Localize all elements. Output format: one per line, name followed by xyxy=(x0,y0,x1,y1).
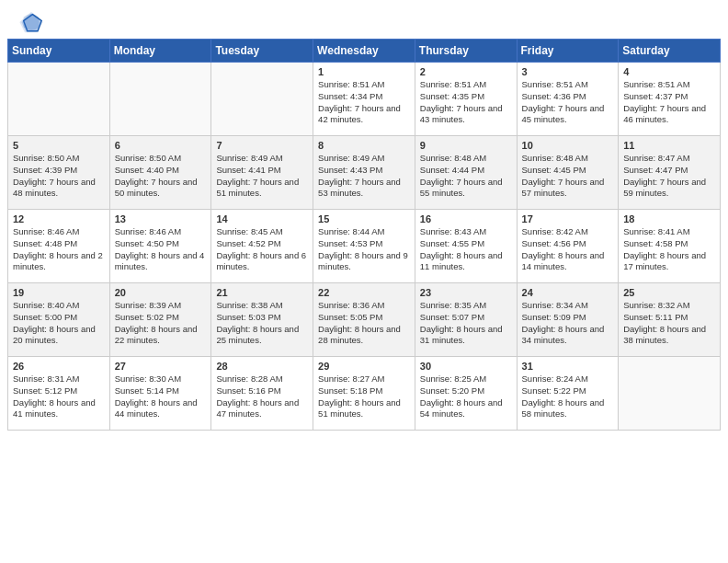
calendar-cell: 2Sunrise: 8:51 AM Sunset: 4:35 PM Daylig… xyxy=(415,63,517,136)
calendar-cell: 26Sunrise: 8:31 AM Sunset: 5:12 PM Dayli… xyxy=(8,357,110,431)
day-info: Sunrise: 8:32 AM Sunset: 5:11 PM Dayligh… xyxy=(623,300,715,347)
day-number: 25 xyxy=(623,287,715,298)
calendar-cell: 4Sunrise: 8:51 AM Sunset: 4:37 PM Daylig… xyxy=(619,63,721,136)
calendar-cell: 1Sunrise: 8:51 AM Sunset: 4:34 PM Daylig… xyxy=(313,63,415,136)
day-number: 21 xyxy=(216,287,308,298)
weekday-header-monday: Monday xyxy=(109,40,211,63)
day-info: Sunrise: 8:31 AM Sunset: 5:12 PM Dayligh… xyxy=(13,373,105,420)
calendar-cell: 9Sunrise: 8:48 AM Sunset: 4:44 PM Daylig… xyxy=(415,136,517,210)
calendar-cell: 8Sunrise: 8:49 AM Sunset: 4:43 PM Daylig… xyxy=(313,136,415,210)
calendar-week-row: 26Sunrise: 8:31 AM Sunset: 5:12 PM Dayli… xyxy=(8,357,721,431)
day-number: 11 xyxy=(623,140,715,151)
day-number: 10 xyxy=(522,140,614,151)
day-number: 28 xyxy=(216,361,308,372)
day-info: Sunrise: 8:30 AM Sunset: 5:14 PM Dayligh… xyxy=(115,373,207,420)
day-info: Sunrise: 8:35 AM Sunset: 5:07 PM Dayligh… xyxy=(420,300,512,347)
day-number: 22 xyxy=(318,287,410,298)
day-number: 20 xyxy=(115,287,207,298)
calendar-cell: 11Sunrise: 8:47 AM Sunset: 4:47 PM Dayli… xyxy=(619,136,721,210)
calendar-week-row: 19Sunrise: 8:40 AM Sunset: 5:00 PM Dayli… xyxy=(8,283,721,357)
day-info: Sunrise: 8:39 AM Sunset: 5:02 PM Dayligh… xyxy=(115,300,207,347)
day-number: 12 xyxy=(13,213,105,224)
day-number: 5 xyxy=(13,140,105,151)
calendar-cell: 20Sunrise: 8:39 AM Sunset: 5:02 PM Dayli… xyxy=(109,283,211,357)
day-number: 15 xyxy=(318,213,410,224)
calendar-week-row: 5Sunrise: 8:50 AM Sunset: 4:39 PM Daylig… xyxy=(8,136,721,210)
day-number: 24 xyxy=(522,287,614,298)
day-info: Sunrise: 8:40 AM Sunset: 5:00 PM Dayligh… xyxy=(13,300,105,347)
calendar-week-row: 12Sunrise: 8:46 AM Sunset: 4:48 PM Dayli… xyxy=(8,210,721,283)
day-info: Sunrise: 8:51 AM Sunset: 4:35 PM Dayligh… xyxy=(420,79,512,126)
day-number: 31 xyxy=(522,361,614,372)
calendar-cell: 7Sunrise: 8:49 AM Sunset: 4:41 PM Daylig… xyxy=(211,136,313,210)
calendar-header-row: SundayMondayTuesdayWednesdayThursdayFrid… xyxy=(8,40,721,63)
day-info: Sunrise: 8:48 AM Sunset: 4:45 PM Dayligh… xyxy=(522,153,614,200)
generalblue-logo-icon xyxy=(18,9,44,35)
weekday-header-saturday: Saturday xyxy=(619,40,721,63)
day-number: 1 xyxy=(318,66,410,77)
day-number: 13 xyxy=(115,213,207,224)
calendar-wrapper: SundayMondayTuesdayWednesdayThursdayFrid… xyxy=(0,39,728,438)
calendar-cell: 25Sunrise: 8:32 AM Sunset: 5:11 PM Dayli… xyxy=(619,283,721,357)
calendar-cell: 13Sunrise: 8:46 AM Sunset: 4:50 PM Dayli… xyxy=(109,210,211,283)
day-number: 4 xyxy=(623,66,715,77)
weekday-header-friday: Friday xyxy=(517,40,619,63)
day-info: Sunrise: 8:25 AM Sunset: 5:20 PM Dayligh… xyxy=(420,373,512,420)
day-info: Sunrise: 8:28 AM Sunset: 5:16 PM Dayligh… xyxy=(216,373,308,420)
weekday-header-thursday: Thursday xyxy=(415,40,517,63)
calendar-cell: 14Sunrise: 8:45 AM Sunset: 4:52 PM Dayli… xyxy=(211,210,313,283)
day-info: Sunrise: 8:51 AM Sunset: 4:36 PM Dayligh… xyxy=(522,79,614,126)
day-info: Sunrise: 8:43 AM Sunset: 4:55 PM Dayligh… xyxy=(420,226,512,273)
calendar-cell: 31Sunrise: 8:24 AM Sunset: 5:22 PM Dayli… xyxy=(517,357,619,431)
day-info: Sunrise: 8:41 AM Sunset: 4:58 PM Dayligh… xyxy=(623,226,715,273)
calendar-cell: 30Sunrise: 8:25 AM Sunset: 5:20 PM Dayli… xyxy=(415,357,517,431)
calendar-cell: 10Sunrise: 8:48 AM Sunset: 4:45 PM Dayli… xyxy=(517,136,619,210)
day-info: Sunrise: 8:38 AM Sunset: 5:03 PM Dayligh… xyxy=(216,300,308,347)
day-number: 16 xyxy=(420,213,512,224)
day-info: Sunrise: 8:51 AM Sunset: 4:34 PM Dayligh… xyxy=(318,79,410,126)
logo xyxy=(18,9,48,35)
day-info: Sunrise: 8:34 AM Sunset: 5:09 PM Dayligh… xyxy=(522,300,614,347)
day-number: 9 xyxy=(420,140,512,151)
day-number: 26 xyxy=(13,361,105,372)
day-info: Sunrise: 8:49 AM Sunset: 4:41 PM Dayligh… xyxy=(216,153,308,200)
day-info: Sunrise: 8:47 AM Sunset: 4:47 PM Dayligh… xyxy=(623,153,715,200)
day-info: Sunrise: 8:36 AM Sunset: 5:05 PM Dayligh… xyxy=(318,300,410,347)
day-number: 6 xyxy=(115,140,207,151)
calendar-cell: 21Sunrise: 8:38 AM Sunset: 5:03 PM Dayli… xyxy=(211,283,313,357)
day-info: Sunrise: 8:44 AM Sunset: 4:53 PM Dayligh… xyxy=(318,226,410,273)
day-info: Sunrise: 8:27 AM Sunset: 5:18 PM Dayligh… xyxy=(318,373,410,420)
calendar-table: SundayMondayTuesdayWednesdayThursdayFrid… xyxy=(7,39,721,431)
calendar-cell: 12Sunrise: 8:46 AM Sunset: 4:48 PM Dayli… xyxy=(8,210,110,283)
calendar-cell xyxy=(8,63,110,136)
calendar-cell: 15Sunrise: 8:44 AM Sunset: 4:53 PM Dayli… xyxy=(313,210,415,283)
calendar-cell: 6Sunrise: 8:50 AM Sunset: 4:40 PM Daylig… xyxy=(109,136,211,210)
calendar-cell: 5Sunrise: 8:50 AM Sunset: 4:39 PM Daylig… xyxy=(8,136,110,210)
day-number: 23 xyxy=(420,287,512,298)
day-number: 27 xyxy=(115,361,207,372)
calendar-cell xyxy=(211,63,313,136)
calendar-cell: 27Sunrise: 8:30 AM Sunset: 5:14 PM Dayli… xyxy=(109,357,211,431)
calendar-cell: 3Sunrise: 8:51 AM Sunset: 4:36 PM Daylig… xyxy=(517,63,619,136)
calendar-cell: 28Sunrise: 8:28 AM Sunset: 5:16 PM Dayli… xyxy=(211,357,313,431)
day-info: Sunrise: 8:49 AM Sunset: 4:43 PM Dayligh… xyxy=(318,153,410,200)
day-number: 18 xyxy=(623,213,715,224)
page-header xyxy=(0,0,728,39)
day-number: 14 xyxy=(216,213,308,224)
day-info: Sunrise: 8:46 AM Sunset: 4:48 PM Dayligh… xyxy=(13,226,105,273)
calendar-cell: 17Sunrise: 8:42 AM Sunset: 4:56 PM Dayli… xyxy=(517,210,619,283)
day-info: Sunrise: 8:45 AM Sunset: 4:52 PM Dayligh… xyxy=(216,226,308,273)
day-number: 17 xyxy=(522,213,614,224)
day-number: 29 xyxy=(318,361,410,372)
day-number: 19 xyxy=(13,287,105,298)
day-info: Sunrise: 8:50 AM Sunset: 4:39 PM Dayligh… xyxy=(13,153,105,200)
day-info: Sunrise: 8:51 AM Sunset: 4:37 PM Dayligh… xyxy=(623,79,715,126)
calendar-cell xyxy=(109,63,211,136)
calendar-cell: 24Sunrise: 8:34 AM Sunset: 5:09 PM Dayli… xyxy=(517,283,619,357)
day-number: 3 xyxy=(522,66,614,77)
day-info: Sunrise: 8:24 AM Sunset: 5:22 PM Dayligh… xyxy=(522,373,614,420)
weekday-header-sunday: Sunday xyxy=(8,40,110,63)
calendar-cell: 16Sunrise: 8:43 AM Sunset: 4:55 PM Dayli… xyxy=(415,210,517,283)
day-info: Sunrise: 8:50 AM Sunset: 4:40 PM Dayligh… xyxy=(115,153,207,200)
day-number: 2 xyxy=(420,66,512,77)
